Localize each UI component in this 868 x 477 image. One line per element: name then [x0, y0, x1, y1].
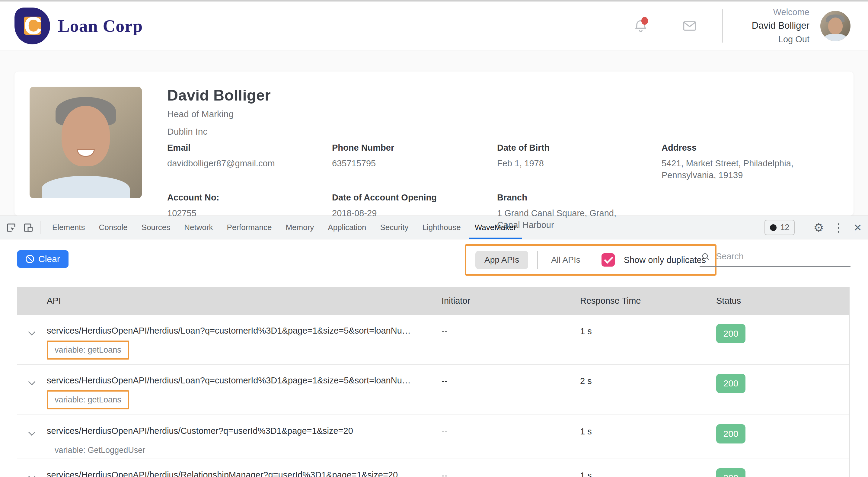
kebab-menu-icon[interactable]: ⋮ [833, 222, 844, 233]
issues-count-badge[interactable]: 12 [765, 220, 795, 235]
table-row: services/HerdiusOpenAPI/herdius/Loan?q=c… [17, 315, 849, 365]
status-badge: 200 [716, 424, 745, 444]
messages-mail-icon[interactable] [682, 18, 698, 34]
initiator-value: -- [441, 459, 580, 477]
welcome-label: Welcome [752, 6, 809, 19]
issues-dot-icon [770, 224, 777, 231]
status-badge: 200 [716, 468, 745, 477]
chevron-down-icon[interactable] [29, 329, 35, 335]
tab-console[interactable]: Console [92, 216, 134, 239]
logo-text: Loan Corp [58, 16, 143, 36]
variable-label-highlighted: variable: getLoans [47, 390, 129, 409]
profile-company: Dublin Inc [167, 126, 838, 137]
search-box [700, 248, 850, 267]
profile-title: Head of Marking [167, 109, 838, 119]
devtools-separator [40, 221, 40, 234]
chevron-down-icon[interactable] [29, 473, 35, 477]
field-address: Address 5421, Market Street, Philadelphi… [661, 143, 838, 181]
api-url: services/HerdiusOpenAPI/herdius/Loan?q=c… [47, 376, 441, 386]
api-url: services/HerdiusOpenAPI/herdius/Customer… [47, 426, 441, 436]
col-api: API [17, 296, 441, 306]
response-time-value: 1 s [580, 315, 716, 336]
notifications-bell-icon[interactable] [633, 18, 649, 34]
variable-label: variable: GetLoggedUser [47, 441, 153, 460]
logo[interactable]: C Loan Corp [14, 7, 143, 44]
response-time-value: 2 s [580, 365, 716, 386]
field-phone: Phone Number 635715795 [332, 143, 497, 181]
api-filter-highlight-group: App APIs All APIs Show only duplicates [465, 244, 716, 276]
show-only-duplicates-checkbox[interactable] [601, 253, 615, 267]
settings-gear-icon[interactable]: ⚙ [813, 222, 824, 233]
api-table-header: API Initiator Response Time Status [17, 287, 849, 315]
initiator-value: -- [441, 365, 580, 386]
field-email: Email davidbolliger87@gmail.com [167, 143, 332, 181]
table-row: services/HerdiusOpenAPI/herdius/Customer… [17, 415, 849, 459]
tab-lighthouse[interactable]: Lighthouse [415, 216, 467, 239]
clear-button[interactable]: Clear [17, 250, 68, 268]
table-row: services/HerdiusOpenAPI/herdius/Relation… [17, 459, 849, 477]
tab-sources[interactable]: Sources [134, 216, 177, 239]
table-row: services/HerdiusOpenAPI/herdius/Loan?q=c… [17, 365, 849, 415]
chevron-down-icon[interactable] [29, 379, 35, 385]
tab-performance[interactable]: Performance [220, 216, 279, 239]
field-dob: Date of Birth Feb 1, 1978 [497, 143, 661, 181]
app-header: C Loan Corp Welcome David Boll [0, 1, 868, 51]
search-icon [701, 252, 710, 262]
welcome-block: Welcome David Bolliger Log Out [752, 6, 809, 46]
api-url: services/HerdiusOpenAPI/herdius/Loan?q=c… [47, 326, 441, 336]
status-badge: 200 [716, 324, 745, 343]
profile-name: David Bolliger [167, 87, 838, 104]
col-initiator: Initiator [441, 296, 580, 306]
notification-badge-dot [641, 17, 648, 25]
profile-card: David Bolliger Head of Marking Dublin In… [14, 71, 854, 216]
profile-info: David Bolliger Head of Marking Dublin In… [167, 87, 838, 201]
profile-area: David Bolliger Head of Marking Dublin In… [0, 51, 868, 215]
api-table: API Initiator Response Time Status servi… [17, 287, 850, 477]
tab-memory[interactable]: Memory [279, 216, 321, 239]
header-right: Welcome David Bolliger Log Out [633, 6, 850, 46]
inspect-element-icon[interactable] [5, 221, 18, 234]
api-url: services/HerdiusOpenAPI/herdius/Relation… [47, 470, 441, 477]
variable-label-highlighted: variable: getLoans [47, 340, 129, 360]
response-time-value: 1 s [580, 415, 716, 437]
screen: C Loan Corp Welcome David Boll [0, 0, 868, 477]
ban-icon [26, 255, 34, 263]
tab-wavemaker[interactable]: WaveMaker [468, 216, 523, 239]
chevron-down-icon[interactable] [29, 429, 35, 435]
tab-elements[interactable]: Elements [45, 216, 92, 239]
col-status: Status [716, 296, 849, 306]
tab-application[interactable]: Application [321, 216, 373, 239]
header-avatar[interactable] [820, 11, 850, 41]
close-devtools-icon[interactable]: ✕ [854, 222, 862, 233]
header-divider [722, 9, 723, 42]
loan-corp-logo-icon: C [14, 7, 50, 44]
search-input[interactable] [716, 251, 849, 262]
profile-photo [30, 87, 142, 198]
tab-network[interactable]: Network [177, 216, 220, 239]
tab-security[interactable]: Security [373, 216, 415, 239]
app-apis-toggle[interactable]: App APIs [475, 251, 528, 269]
devtools-right-controls: 12 ⚙ ⋮ ✕ [765, 220, 862, 235]
wavemaker-panel: Clear App APIs All APIs Show only duplic… [0, 239, 868, 477]
initiator-value: -- [441, 315, 580, 336]
device-toolbar-icon[interactable] [22, 221, 34, 234]
all-apis-toggle[interactable]: All APIs [547, 255, 584, 265]
logout-link[interactable]: Log Out [752, 33, 809, 46]
col-response-time: Response Time [580, 296, 716, 306]
status-badge: 200 [716, 374, 745, 393]
devtools-tabs: Elements Console Sources Network Perform… [45, 216, 523, 239]
show-only-duplicates-label: Show only duplicates [624, 255, 706, 265]
initiator-value: -- [441, 415, 580, 437]
header-user-name: David Bolliger [752, 19, 809, 33]
response-time-value: 1 s [580, 459, 716, 477]
